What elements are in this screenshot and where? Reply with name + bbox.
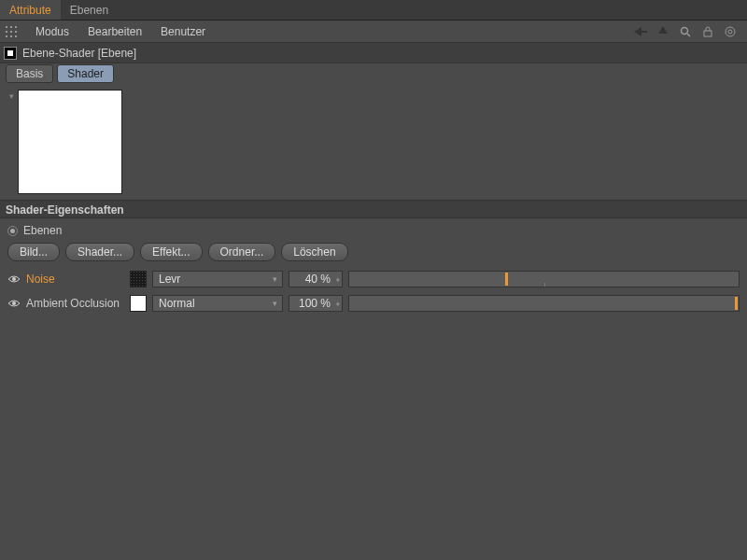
button-row: Bild... Shader... Effekt... Ordner... Lö… [0,243,747,269]
menu-benutzer[interactable]: Benutzer [151,25,215,38]
layer-row: Noise Levr 40 % [7,269,740,289]
menu-bearbeiten[interactable]: Bearbeiten [78,25,151,38]
object-title: Ebene-Shader [Ebene] [22,47,136,60]
preview-area: ▾ [0,84,747,200]
nav-back-icon[interactable] [633,24,648,39]
lock-icon[interactable] [700,24,715,39]
svg-rect-3 [6,31,7,33]
disclosure-triangle-icon[interactable]: ▾ [9,91,14,101]
target-icon[interactable] [723,24,738,39]
svg-point-15 [12,277,16,281]
subtab-basis[interactable]: Basis [6,64,53,83]
blend-mode-dropdown[interactable]: Normal [152,295,283,312]
visibility-icon[interactable] [7,299,21,308]
tab-attribute[interactable]: Attribute [0,0,61,20]
top-tab-bar: Attribute Ebenen [0,0,747,21]
svg-rect-1 [10,26,12,28]
svg-point-10 [682,27,688,34]
effekt-button[interactable]: Effekt... [140,243,202,261]
svg-rect-7 [10,35,12,37]
layer-thumbnail[interactable] [130,271,147,287]
search-icon[interactable] [678,24,693,39]
svg-rect-2 [15,26,17,28]
radio-ebenen-label: Ebenen [23,224,62,237]
svg-point-16 [12,301,16,305]
layer-name[interactable]: Noise [26,273,124,286]
svg-rect-6 [6,35,7,37]
svg-line-11 [687,34,690,36]
opacity-slider[interactable] [348,295,740,312]
radio-row: Ebenen [0,218,747,243]
menu-bar: Modus Bearbeiten Benutzer [0,21,747,43]
nav-up-icon[interactable] [655,24,670,39]
shader-icon [4,47,17,60]
layer-thumbnail[interactable] [130,295,147,312]
menu-modus[interactable]: Modus [26,25,78,38]
layer-row: Ambient Occlusion Normal 100 % [7,293,740,314]
svg-point-14 [728,30,732,34]
tab-ebenen[interactable]: Ebenen [61,0,118,20]
radio-ebenen[interactable] [7,226,18,236]
layer-name[interactable]: Ambient Occlusion [26,297,124,310]
ordner-button[interactable]: Ordner... [208,243,276,261]
blend-mode-dropdown[interactable]: Levr [152,271,283,287]
loeschen-button[interactable]: Löschen [281,243,347,261]
svg-rect-5 [15,31,17,33]
opacity-slider[interactable] [348,271,740,287]
shader-button[interactable]: Shader... [65,243,134,261]
svg-rect-9 [641,31,647,33]
shader-preview[interactable] [18,90,122,194]
subtab-shader[interactable]: Shader [57,64,114,83]
layer-list: Noise Levr 40 % Ambient Occlusion Normal… [0,269,747,314]
sub-tab-bar: Basis Shader [0,63,747,84]
svg-rect-12 [704,31,712,36]
opacity-field[interactable]: 40 % [289,271,343,287]
svg-rect-0 [6,26,7,28]
svg-rect-4 [10,31,12,33]
visibility-icon[interactable] [7,274,21,284]
object-header: Ebene-Shader [Ebene] [0,43,747,63]
bild-button[interactable]: Bild... [7,243,60,261]
opacity-field[interactable]: 100 % [289,295,343,312]
svg-point-13 [726,27,735,36]
grid-icon[interactable] [4,24,19,39]
svg-rect-8 [15,35,17,37]
section-header: Shader-Eigenschaften [0,200,747,218]
